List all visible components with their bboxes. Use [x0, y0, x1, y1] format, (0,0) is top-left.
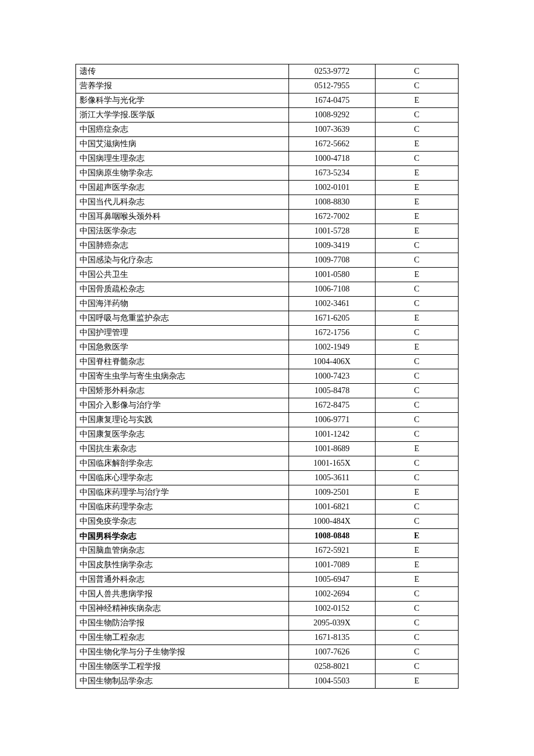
journal-issn-cell: 1674-0475	[288, 93, 375, 108]
journal-name-cell: 中国病理生理杂志	[76, 152, 289, 166]
journal-name-cell: 中国普通外科杂志	[76, 573, 289, 587]
journal-name-cell: 中国生物工程杂志	[76, 631, 289, 645]
journal-grade-cell: C	[376, 514, 459, 529]
journal-name-cell: 中国呼吸与危重监护杂志	[76, 311, 289, 326]
journal-grade-cell: C	[376, 413, 459, 427]
journal-name-cell: 中国海洋药物	[76, 297, 289, 311]
journal-grade-cell: C	[376, 123, 459, 137]
journal-grade-cell: C	[376, 471, 459, 485]
journal-issn-cell: 1672-5662	[288, 137, 375, 152]
journal-issn-cell: 1000-7423	[288, 369, 375, 384]
journal-grade-cell: E	[376, 93, 459, 108]
table-row: 中国皮肤性病学杂志1001-7089E	[76, 558, 459, 573]
journal-grade-cell: C	[376, 616, 459, 631]
journal-grade-cell: C	[376, 660, 459, 674]
journal-name-cell: 中国临床药理学与治疗学	[76, 485, 289, 500]
journal-issn-cell: 1005-3611	[288, 471, 375, 485]
journal-name-cell: 中国介入影像与治疗学	[76, 398, 289, 413]
table-row: 中国生物防治学报2095-039XC	[76, 616, 459, 631]
journal-grade-cell: E	[376, 573, 459, 587]
table-row: 浙江大学学报.医学版1008-9292C	[76, 108, 459, 123]
journal-name-cell: 中国康复理论与实践	[76, 413, 289, 427]
journal-name-cell: 中国护理管理	[76, 326, 289, 340]
table-row: 中国当代儿科杂志1008-8830E	[76, 195, 459, 210]
journal-name-cell: 中国公共卫生	[76, 268, 289, 282]
table-row: 中国人兽共患病学报1002-2694C	[76, 587, 459, 602]
table-row: 营养学报0512-7955C	[76, 79, 459, 93]
journal-grade-cell: C	[376, 398, 459, 413]
journal-name-cell: 营养学报	[76, 79, 289, 93]
table-row: 中国临床药理学与治疗学1009-2501E	[76, 485, 459, 500]
journal-issn-cell: 1006-7108	[288, 282, 375, 297]
table-row: 遗传0253-9772C	[76, 64, 459, 79]
journal-grade-cell: E	[376, 558, 459, 573]
journal-issn-cell: 1009-2501	[288, 485, 375, 500]
journal-name-cell: 中国急救医学	[76, 340, 289, 355]
table-row: 中国免疫学杂志1000-484XC	[76, 514, 459, 529]
journal-issn-cell: 1002-2694	[288, 587, 375, 602]
journal-grade-cell: E	[376, 543, 459, 558]
journal-issn-cell: 1006-9771	[288, 413, 375, 427]
journal-name-cell: 中国法医学杂志	[76, 224, 289, 239]
journal-name-cell: 中国脊柱脊髓杂志	[76, 355, 289, 369]
journal-grade-cell: E	[376, 674, 459, 689]
journal-grade-cell: C	[376, 500, 459, 514]
journal-name-cell: 中国生物制品学杂志	[76, 674, 289, 689]
journal-name-cell: 中国脑血管病杂志	[76, 543, 289, 558]
table-row: 中国男科学杂志1008-0848E	[76, 529, 459, 543]
journal-grade-cell: E	[376, 311, 459, 326]
journal-issn-cell: 1009-7708	[288, 253, 375, 268]
journal-grade-cell: C	[376, 108, 459, 123]
journal-name-cell: 中国生物医学工程学报	[76, 660, 289, 674]
table-row: 中国海洋药物1002-3461C	[76, 297, 459, 311]
journal-name-cell: 影像科学与光化学	[76, 93, 289, 108]
journal-name-cell: 中国临床解剖学杂志	[76, 456, 289, 471]
journal-issn-cell: 1005-8478	[288, 384, 375, 398]
table-row: 中国临床心理学杂志1005-3611C	[76, 471, 459, 485]
journal-issn-cell: 1007-7626	[288, 645, 375, 660]
journal-grade-cell: C	[376, 79, 459, 93]
journal-issn-cell: 1004-406X	[288, 355, 375, 369]
table-row: 中国生物医学工程学报0258-8021C	[76, 660, 459, 674]
journal-name-cell: 中国超声医学杂志	[76, 181, 289, 195]
journal-grade-cell: C	[376, 326, 459, 340]
journal-name-cell: 中国临床心理学杂志	[76, 471, 289, 485]
journal-issn-cell: 1673-5234	[288, 166, 375, 181]
table-row: 中国脊柱脊髓杂志1004-406XC	[76, 355, 459, 369]
journal-grade-cell: E	[376, 195, 459, 210]
table-row: 中国护理管理1672-1756C	[76, 326, 459, 340]
journal-grade-cell: E	[376, 442, 459, 456]
journal-issn-cell: 0512-7955	[288, 79, 375, 93]
journal-grade-cell: C	[376, 282, 459, 297]
table-row: 中国骨质疏松杂志1006-7108C	[76, 282, 459, 297]
journal-grade-cell: E	[376, 268, 459, 282]
journal-issn-cell: 1671-6205	[288, 311, 375, 326]
table-row: 中国癌症杂志1007-3639C	[76, 123, 459, 137]
journal-grade-cell: E	[376, 340, 459, 355]
journal-name-cell: 中国病原生物学杂志	[76, 166, 289, 181]
table-row: 中国艾滋病性病1672-5662E	[76, 137, 459, 152]
journal-name-cell: 中国人兽共患病学报	[76, 587, 289, 602]
document-page: 遗传0253-9772C营养学报0512-7955C影像科学与光化学1674-0…	[0, 0, 534, 756]
table-row: 中国公共卫生1001-0580E	[76, 268, 459, 282]
journal-grade-cell: E	[376, 137, 459, 152]
table-row: 影像科学与光化学1674-0475E	[76, 93, 459, 108]
journal-name-cell: 浙江大学学报.医学版	[76, 108, 289, 123]
journal-name-cell: 遗传	[76, 64, 289, 79]
journal-issn-cell: 2095-039X	[288, 616, 375, 631]
journal-name-cell: 中国骨质疏松杂志	[76, 282, 289, 297]
journal-issn-cell: 1000-484X	[288, 514, 375, 529]
table-row: 中国生物化学与分子生物学报1007-7626C	[76, 645, 459, 660]
journal-grade-cell: E	[376, 529, 459, 543]
journal-grade-cell: C	[376, 355, 459, 369]
journal-issn-cell: 1001-6821	[288, 500, 375, 514]
journal-issn-cell: 1001-0580	[288, 268, 375, 282]
journal-name-cell: 中国神经精神疾病杂志	[76, 602, 289, 616]
journal-grade-cell: C	[376, 64, 459, 79]
journal-issn-cell: 1001-5728	[288, 224, 375, 239]
journal-name-cell: 中国艾滋病性病	[76, 137, 289, 152]
table-row: 中国耳鼻咽喉头颈外科1672-7002E	[76, 210, 459, 224]
journal-table: 遗传0253-9772C营养学报0512-7955C影像科学与光化学1674-0…	[75, 64, 459, 689]
journal-issn-cell: 1007-3639	[288, 123, 375, 137]
journal-issn-cell: 1672-7002	[288, 210, 375, 224]
